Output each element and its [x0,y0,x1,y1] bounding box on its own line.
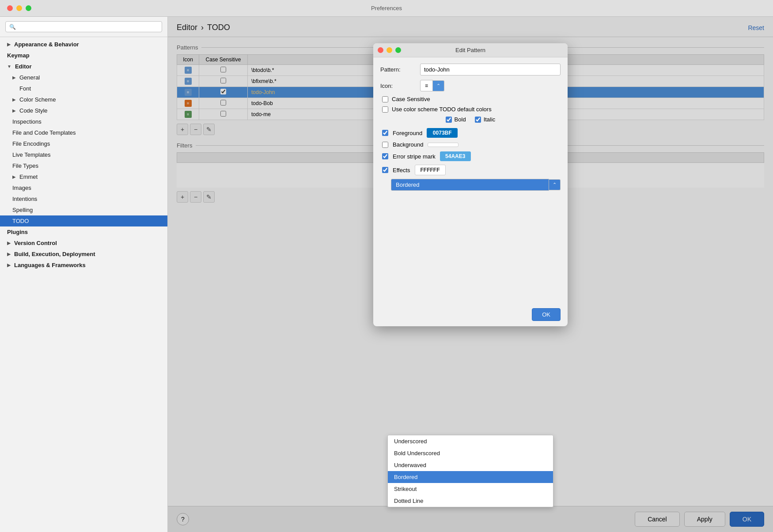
nav-arrow-icon: ▶ [12,97,16,102]
bold-label: Bold [455,116,466,123]
use-color-scheme-row: Use color scheme TODO default colors [380,106,561,113]
sidebar-item-keymap[interactable]: Keymap [0,50,167,61]
foreground-color-box[interactable]: 0073BF [427,128,458,138]
window-controls [7,5,31,11]
effects-label: Effects [393,167,410,174]
sidebar-item-filetypes[interactable]: File Types [0,160,167,171]
sidebar-item-label: Keymap [7,52,30,59]
italic-item: Italic [475,116,496,123]
use-color-scheme-label: Use color scheme TODO default colors [392,106,492,113]
effect-strikeout[interactable]: Strikeout [388,483,553,495]
sidebar-item-label: General [19,74,40,81]
search-input-wrap[interactable]: 🔍 [5,21,162,32]
sidebar-item-label: Intentions [12,196,37,202]
sidebar-item-general[interactable]: ▶General [0,72,167,83]
italic-checkbox[interactable] [475,117,481,123]
sidebar-item-label: Build, Execution, Deployment [14,251,95,257]
sidebar-item-todo[interactable]: TODO [0,215,167,226]
nav-tree: ▶Appearance & BehaviorKeymap▼Editor▶Gene… [0,37,167,532]
effects-dropdown-arrow[interactable]: ⌃ [549,179,561,190]
foreground-checkbox[interactable] [382,130,388,136]
effect-underscored[interactable]: Underscored [388,435,553,447]
effect-underwaved[interactable]: Underwaved [388,459,553,471]
sidebar-item-label: Images [12,185,31,191]
main-container: 🔍 ▶Appearance & BehaviorKeymap▼Editor▶Ge… [0,17,773,532]
sidebar-item-inspections[interactable]: Inspections [0,116,167,127]
search-input[interactable] [19,23,158,30]
sidebar-item-label: Emmet [19,174,38,180]
error-stripe-color-box[interactable]: 54AAE3 [440,151,471,161]
effects-dropdown-box[interactable]: Bordered [391,179,549,191]
error-stripe-checkbox[interactable] [382,153,388,159]
sidebar-item-codestyle[interactable]: ▶Code Style [0,105,167,116]
effects-dropdown-list: Underscored Bold Underscored Underwaved … [387,435,553,507]
sidebar-item-versioncontrol[interactable]: ▶Version Control [0,238,167,249]
nav-arrow-icon: ▶ [7,241,11,245]
sidebar: 🔍 ▶Appearance & BehaviorKeymap▼Editor▶Ge… [0,17,168,532]
sidebar-item-filecodetemp[interactable]: File and Code Templates [0,127,167,138]
title-bar: Preferences [0,0,773,17]
use-color-scheme-checkbox[interactable] [382,106,388,113]
effects-dropdown: Bordered ⌃ [391,179,561,191]
sidebar-item-appearance[interactable]: ▶Appearance & Behavior [0,39,167,50]
sidebar-item-fileencodings[interactable]: File Encodings [0,138,167,149]
modal-maximize-button[interactable] [395,47,401,53]
error-stripe-row: Error stripe mark 54AAE3 [380,151,561,161]
modal-overlay: Edit Pattern Pattern: Icon: ≡ [168,17,773,532]
modal-close-button[interactable] [378,47,383,53]
sidebar-item-label: File Types [12,162,38,169]
effect-bordered[interactable]: Bordered [388,471,553,483]
nav-arrow-icon: ▶ [7,252,11,257]
effects-checkbox[interactable] [382,167,388,173]
background-color-box[interactable] [428,143,458,147]
sidebar-item-label: File Encodings [12,140,50,147]
sidebar-item-livetemplates[interactable]: Live Templates [0,149,167,160]
sidebar-item-editor[interactable]: ▼Editor [0,61,167,72]
modal-window-controls [378,47,401,53]
close-button[interactable] [7,5,13,11]
effects-dropdown-wrap: Bordered ⌃ Underscored Bold Underscored … [380,179,561,191]
edit-pattern-modal: Edit Pattern Pattern: Icon: ≡ [373,43,568,326]
search-icon: 🔍 [9,24,16,30]
minimize-button[interactable] [16,5,22,11]
pattern-input[interactable] [420,64,561,75]
sidebar-item-buildexec[interactable]: ▶Build, Execution, Deployment [0,249,167,260]
modal-ok-button[interactable]: OK [532,308,561,321]
effects-color-box[interactable]: FFFFFF [415,165,446,175]
bold-item: Bold [446,116,466,123]
icon-row: Icon: ≡ ⌃ [380,80,561,91]
error-stripe-label: Error stripe mark [393,153,436,160]
sidebar-item-font[interactable]: Font [0,83,167,94]
sidebar-item-intentions[interactable]: Intentions [0,193,167,204]
bold-checkbox[interactable] [446,117,452,123]
sidebar-item-label: Version Control [14,240,57,246]
icon-select-box[interactable]: ≡ [420,80,433,91]
content-area: Editor › TODO Reset Patterns Icon Case S… [168,17,773,532]
italic-label: Italic [484,116,496,123]
sidebar-item-images[interactable]: Images [0,182,167,193]
effects-row: Effects FFFFFF [380,165,561,175]
nav-arrow-icon: ▶ [7,263,11,268]
sidebar-item-emmet[interactable]: ▶Emmet [0,171,167,182]
icon-select: ≡ ⌃ [420,80,444,91]
bold-italic-row: Bold Italic [380,116,561,123]
sidebar-item-colorscheme[interactable]: ▶Color Scheme [0,94,167,105]
effect-dotted-line[interactable]: Dotted Line [388,495,553,507]
maximize-button[interactable] [26,5,31,11]
icon-select-arrow[interactable]: ⌃ [433,80,444,91]
sidebar-item-label: Plugins [7,229,28,235]
sidebar-item-spelling[interactable]: Spelling [0,204,167,215]
background-checkbox[interactable] [382,142,388,148]
modal-titlebar: Edit Pattern [373,43,568,57]
sidebar-item-label: Font [19,85,31,92]
icon-label: Icon: [380,83,416,89]
effect-bold-underscored[interactable]: Bold Underscored [388,447,553,459]
modal-buttons-row: OK [373,304,568,326]
foreground-label: Foreground [393,130,422,136]
sidebar-item-plugins[interactable]: Plugins [0,226,167,238]
case-sensitive-checkbox[interactable] [382,96,388,102]
search-bar: 🔍 [0,17,167,37]
modal-minimize-button[interactable] [386,47,392,53]
pattern-row: Pattern: [380,64,561,75]
sidebar-item-languages[interactable]: ▶Languages & Frameworks [0,260,167,271]
